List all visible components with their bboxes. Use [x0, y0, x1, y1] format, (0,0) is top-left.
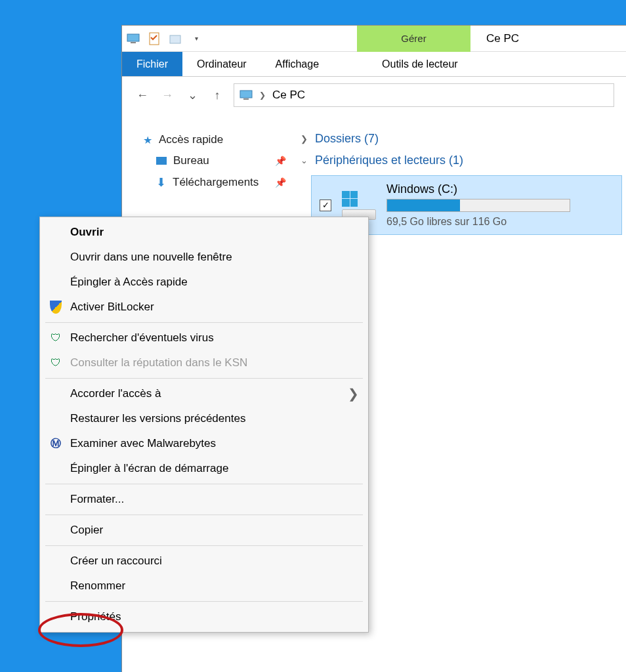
quick-access-toolbar: ▾ — [122, 32, 207, 46]
sidebar-item-label: Bureau — [173, 154, 209, 167]
tab-computer[interactable]: Ordinateur — [182, 52, 261, 76]
tab-file[interactable]: Fichier — [122, 52, 182, 76]
nav-up-icon[interactable]: ↑ — [209, 87, 226, 104]
pc-icon — [240, 90, 253, 100]
separator — [45, 545, 363, 546]
cm-open-new-window[interactable]: Ouvrir dans une nouvelle fenêtre — [41, 245, 367, 270]
new-folder-qat-icon[interactable] — [168, 32, 182, 46]
cm-malwarebytes[interactable]: Ⓜ Examiner avec Malwarebytes — [41, 431, 367, 456]
cm-rename[interactable]: Renommer — [41, 574, 367, 598]
cm-scan-virus[interactable]: 🛡 Rechercher d'éventuels virus — [41, 326, 367, 350]
sidebar-downloads[interactable]: ⬇ Téléchargements 📌 — [140, 171, 295, 194]
chevron-right-icon: ❯ — [299, 134, 308, 144]
svg-rect-3 — [170, 35, 180, 43]
drive-name: Windows (C:) — [386, 182, 614, 196]
download-icon: ⬇ — [156, 175, 166, 190]
chevron-right-icon: ❯ — [259, 91, 266, 100]
nav-recent-dropdown-icon[interactable]: ⌄ — [184, 87, 201, 104]
shield-icon — [48, 299, 64, 315]
drive-checkbox[interactable]: ✓ — [320, 200, 331, 211]
tab-drive-tools[interactable]: Outils de lecteur — [367, 52, 472, 76]
drive-usage-bar — [386, 199, 570, 212]
cm-ksn-reputation: 🛡 Consulter la réputation dans le KSN — [41, 350, 367, 375]
antivirus-icon: 🛡 — [48, 330, 64, 346]
svg-rect-0 — [127, 34, 139, 41]
window-title: Ce PC — [470, 32, 519, 45]
drive-status: 69,5 Go libres sur 116 Go — [386, 216, 614, 228]
drive-usage-fill — [387, 200, 460, 211]
cm-activate-bitlocker[interactable]: Activer BitLocker — [41, 295, 367, 320]
group-folders[interactable]: ❯ Dossiers (7) — [295, 128, 626, 150]
cm-grant-access[interactable]: Accorder l'accès à ❯ — [41, 381, 367, 406]
cm-properties[interactable]: Propriétés — [41, 604, 367, 629]
cm-format[interactable]: Formater... — [41, 487, 367, 512]
context-menu: Ouvrir Ouvrir dans une nouvelle fenêtre … — [39, 217, 369, 633]
chevron-right-icon: ❯ — [348, 386, 359, 402]
context-tab-header: Gérer — [357, 26, 470, 52]
cm-pin-start[interactable]: Épingler à l'écran de démarrage — [41, 456, 367, 481]
separator — [45, 601, 363, 602]
desktop-icon — [156, 157, 167, 165]
svg-rect-4 — [240, 91, 252, 98]
pin-icon: 📌 — [275, 177, 286, 188]
nav-forward-icon: → — [159, 87, 176, 104]
nav-back-icon[interactable]: ← — [134, 87, 151, 104]
chevron-down-icon: ⌄ — [299, 156, 308, 165]
antivirus-icon: 🛡 — [48, 355, 64, 371]
sidebar-quick-access[interactable]: ★ Accès rapide — [140, 129, 295, 150]
separator — [45, 322, 363, 323]
ribbon-tabs: Fichier Ordinateur Affichage Outils de l… — [122, 52, 626, 77]
separator — [45, 514, 363, 515]
breadcrumb[interactable]: ❯ Ce PC — [234, 83, 614, 107]
sidebar-item-label: Téléchargements — [173, 176, 259, 189]
malwarebytes-icon: Ⓜ — [48, 436, 64, 452]
cm-open[interactable]: Ouvrir — [41, 220, 367, 245]
group-label: Dossiers (7) — [315, 132, 379, 146]
drive-icon — [342, 191, 376, 220]
pin-icon: 📌 — [275, 156, 286, 166]
separator — [45, 378, 363, 379]
cm-copy[interactable]: Copier — [41, 518, 367, 543]
properties-qat-icon[interactable] — [147, 32, 161, 46]
sidebar-item-label: Accès rapide — [159, 133, 223, 146]
pc-icon — [126, 32, 140, 46]
qat-dropdown-icon[interactable]: ▾ — [189, 32, 203, 46]
breadcrumb-item[interactable]: Ce PC — [272, 89, 305, 102]
drive-info: Windows (C:) 69,5 Go libres sur 116 Go — [386, 182, 614, 228]
svg-rect-1 — [131, 42, 136, 43]
star-icon: ★ — [143, 134, 152, 146]
separator — [45, 484, 363, 484]
cm-restore-versions[interactable]: Restaurer les versions précédentes — [41, 406, 367, 431]
cm-pin-quick-access[interactable]: Épingler à Accès rapide — [41, 270, 367, 295]
svg-rect-5 — [243, 98, 249, 100]
cm-create-shortcut[interactable]: Créer un raccourci — [41, 549, 367, 574]
sidebar-desktop[interactable]: Bureau 📌 — [140, 150, 295, 171]
group-label: Périphériques et lecteurs (1) — [315, 154, 463, 167]
navigation-bar: ← → ⌄ ↑ ❯ Ce PC — [122, 77, 626, 114]
group-devices[interactable]: ⌄ Périphériques et lecteurs (1) — [295, 150, 626, 171]
titlebar: ▾ Gérer Ce PC — [122, 26, 626, 52]
tab-view[interactable]: Affichage — [261, 52, 333, 76]
